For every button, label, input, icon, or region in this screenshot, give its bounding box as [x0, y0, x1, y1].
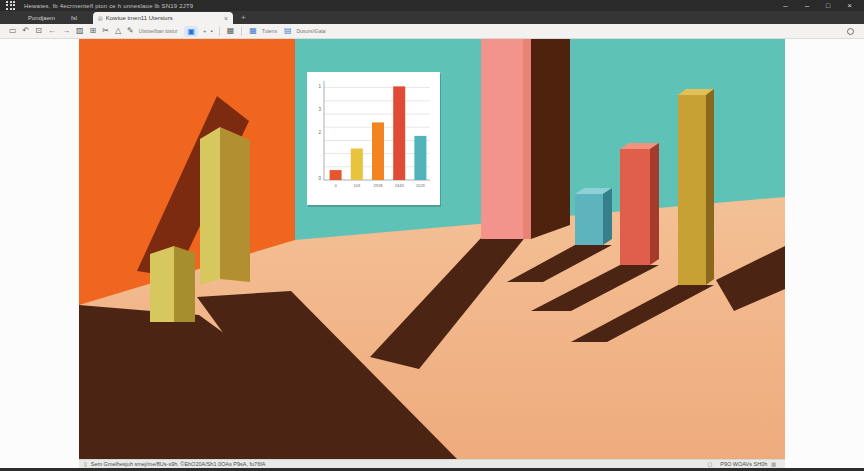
minimize-button[interactable]: – — [783, 2, 787, 10]
left-gutter — [0, 39, 79, 459]
active-tool-icon[interactable]: ▣ — [184, 26, 198, 37]
table-icon[interactable]: ⊞ — [90, 26, 97, 36]
mustard-block-side — [706, 89, 714, 285]
toolbar-separator — [219, 27, 220, 36]
data-panel-label: Dusurs/iGata — [296, 28, 325, 34]
title-bar: Hewates, Ib 4ecrmentefl pion ce h unnesl… — [0, 0, 864, 11]
undo-icon[interactable]: ↶ — [23, 26, 30, 36]
tall-olive-block-front-face — [220, 127, 250, 282]
pen-icon[interactable]: ✎ — [127, 26, 134, 36]
chart-bar-0 — [330, 170, 342, 180]
tab-label: Kowtue tmen11 Utersiurs — [106, 15, 221, 21]
close-button[interactable]: × — [847, 2, 852, 10]
tool-option-icon[interactable]: ▪ — [211, 28, 213, 34]
workspace: 132·00103291824432023 — [0, 39, 864, 459]
back-arrow-icon[interactable]: ← — [48, 26, 56, 36]
pillar-wall-shadow — [531, 39, 570, 239]
window-controls: ––□× — [783, 2, 858, 10]
tab-active-document[interactable]: ▤ Kowtue tmen11 Utersiurs × — [93, 12, 233, 24]
pink-pillar-edge — [523, 39, 531, 239]
salmon-block-front — [620, 149, 650, 265]
select-tool-icon[interactable]: ▭ — [9, 26, 17, 36]
document-canvas[interactable]: 132·00103291824432023 — [79, 39, 785, 459]
tab-bar: Pondjaem fsl ▤ Kowtue tmen11 Utersiurs ×… — [0, 11, 864, 24]
document-icon: ▤ — [98, 16, 103, 21]
image-icon[interactable]: ▨ — [76, 26, 84, 36]
status-row: ▯ Sem Gmelhesjuh smej/me/8Us-s9h. ©EhO20… — [0, 459, 864, 468]
menu-fsl[interactable]: fsl — [71, 15, 77, 21]
mustard-block-front — [678, 95, 706, 285]
app-launcher-icon[interactable] — [6, 1, 16, 10]
chart-poster: 132·00103291824432023 — [307, 72, 441, 207]
chart-x-tick-label: 103 — [353, 183, 360, 188]
share-icon[interactable]: ⊡ — [35, 26, 42, 36]
toolbar: ▭↶⊡←→▨⊞✂△✎ Utstse/iban tosiur ▣ + ▪ ▦ ▦ … — [0, 24, 864, 39]
chart-x-tick-label: 2918 — [374, 183, 384, 188]
minimize-2-button[interactable]: – — [805, 2, 809, 10]
status-right-gutter — [785, 459, 864, 468]
trash-icon[interactable]: ▥ — [771, 461, 776, 467]
chart-bar-1 — [351, 149, 363, 181]
status-left-gutter — [0, 459, 79, 468]
chart-bar-3 — [393, 86, 405, 180]
plus-icon[interactable]: + — [203, 28, 207, 34]
chart-y-tick-label: · — [320, 153, 322, 158]
toolbar-left-icons: ▭↶⊡←→▨⊞✂△✎ — [6, 26, 137, 36]
short-olive-block-front-face — [174, 246, 195, 322]
grid-icon[interactable]: ▦ — [227, 26, 235, 36]
status-bar: ▯ Sem Gmelhesjuh smej/me/8Us-s9h. ©EhO20… — [79, 459, 785, 468]
maximize-button[interactable]: □ — [826, 2, 830, 10]
menu-pondjaem[interactable]: Pondjaem — [28, 15, 55, 21]
copy-icon[interactable]: ▢ — [708, 461, 713, 467]
status-right-text: P9O WOAVs SH0h — [720, 461, 767, 467]
teal-block-front — [575, 194, 603, 245]
shapes-icon[interactable]: △ — [115, 26, 121, 36]
status-text: Sem Gmelhesjuh smej/me/8Us-s9h. ©EhO20A/… — [91, 461, 266, 467]
toolbar-separator — [241, 27, 242, 36]
chart-bar-2 — [372, 122, 384, 180]
views-icon[interactable]: ▦ — [249, 26, 257, 36]
salmon-block-side — [650, 143, 659, 265]
chart-x-tick-label: 2443 — [395, 183, 405, 188]
search-icon[interactable] — [847, 28, 854, 35]
teal-block-side — [603, 188, 612, 245]
short-olive-block-left-face — [150, 246, 174, 322]
window-title: Hewates, Ib 4ecrmentefl pion ce h unnesl… — [24, 3, 193, 9]
data-panel-icon[interactable]: ▤ — [284, 26, 292, 36]
page-icon: ▯ — [84, 461, 87, 467]
scissors-icon[interactable]: ✂ — [102, 26, 109, 36]
new-tab-button[interactable]: + — [241, 14, 246, 22]
application-window: Hewates, Ib 4ecrmentefl pion ce h unnesl… — [0, 0, 864, 471]
chart-x-tick-label: 2023 — [416, 183, 426, 188]
tab-close-icon[interactable]: × — [224, 15, 228, 22]
chart-bar-4 — [414, 136, 426, 180]
right-gutter — [785, 39, 864, 459]
views-label: Tutens — [262, 28, 277, 34]
tall-olive-block-left-face — [200, 127, 220, 285]
tool-label: Utstse/iban tosiur — [139, 28, 178, 34]
forward-arrow-icon[interactable]: → — [62, 26, 70, 36]
